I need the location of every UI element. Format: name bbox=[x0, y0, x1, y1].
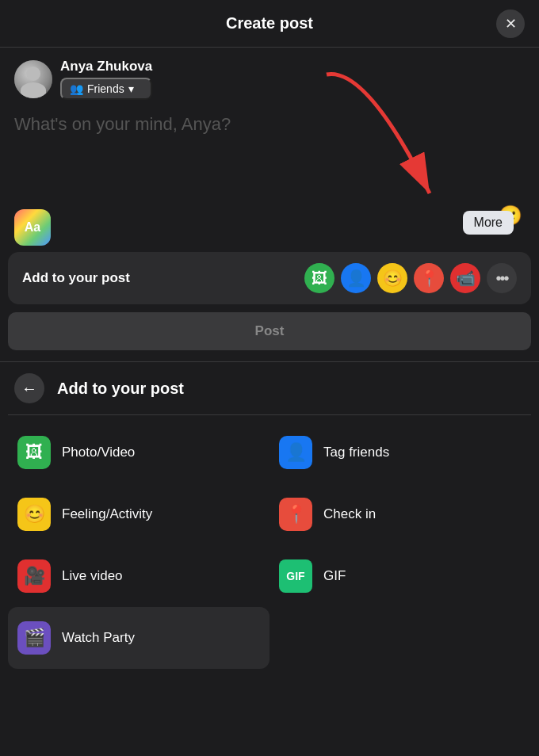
feeling-menu-label: Feeling/Activity bbox=[62, 506, 152, 522]
add-to-post-bar: Add to your post 🖼 👤 😊 📍 📹 ••• bbox=[8, 252, 531, 304]
photo-video-menu-label: Photo/Video bbox=[62, 445, 135, 460]
menu-item-watch-party[interactable]: 🎬 Watch Party bbox=[8, 607, 270, 669]
menu-grid: 🖼 Photo/Video 👤 Tag friends 😊 Feeling/Ac… bbox=[8, 415, 531, 675]
live-video-icon: 📹 bbox=[456, 269, 476, 288]
live-video-menu-label: Live video bbox=[62, 568, 123, 584]
photo-video-menu-icon: 🖼 bbox=[17, 436, 51, 469]
more-tooltip: More bbox=[463, 211, 514, 235]
more-label: More bbox=[474, 216, 503, 229]
menu-item-live-video[interactable]: 🎥 Live video bbox=[8, 545, 270, 607]
tag-friends-menu-icon: 👤 bbox=[279, 436, 312, 469]
post-button[interactable]: Post bbox=[8, 312, 531, 350]
close-button[interactable]: ✕ bbox=[496, 10, 525, 38]
tag-friends-menu-label: Tag friends bbox=[323, 445, 389, 460]
post-input-placeholder[interactable]: What's on your mind, Anya? bbox=[0, 106, 539, 201]
aa-label: Aa bbox=[25, 220, 40, 235]
tag-friends-button[interactable]: 👤 bbox=[341, 263, 371, 293]
close-icon: ✕ bbox=[505, 15, 517, 32]
menu-item-photo-video[interactable]: 🖼 Photo/Video bbox=[8, 422, 270, 483]
location-button[interactable]: 📍 bbox=[414, 263, 444, 293]
feeling-icon: 😊 bbox=[383, 269, 403, 288]
avatar-image bbox=[14, 60, 52, 98]
user-name: Anya Zhukova bbox=[60, 59, 152, 74]
gif-menu-icon: GIF bbox=[279, 559, 312, 593]
add-post-header: ← Add to your post bbox=[8, 362, 531, 415]
more-options-button[interactable]: ••• bbox=[487, 263, 517, 293]
check-in-menu-label: Check in bbox=[323, 506, 376, 522]
add-post-section-title: Add to your post bbox=[57, 380, 184, 398]
dropdown-chevron-icon: ▾ bbox=[128, 82, 134, 95]
add-to-post-label: Add to your post bbox=[22, 270, 130, 286]
more-dots-icon: ••• bbox=[495, 269, 507, 288]
post-icons: 🖼 👤 😊 📍 📹 ••• bbox=[304, 263, 517, 293]
menu-item-check-in[interactable]: 📍 Check in bbox=[270, 483, 531, 545]
check-in-menu-icon: 📍 bbox=[279, 498, 312, 531]
user-info: Anya Zhukova 👥 Friends ▾ bbox=[60, 59, 152, 100]
menu-item-tag-friends[interactable]: 👤 Tag friends bbox=[270, 422, 531, 483]
photo-video-button[interactable]: 🖼 bbox=[304, 263, 334, 293]
watch-party-menu-icon: 🎬 bbox=[17, 621, 51, 655]
menu-item-feeling[interactable]: 😊 Feeling/Activity bbox=[8, 483, 270, 545]
live-video-menu-icon: 🎥 bbox=[17, 559, 51, 593]
friends-icon: 👥 bbox=[70, 82, 83, 95]
watch-party-menu-label: Watch Party bbox=[62, 630, 135, 646]
gif-menu-label: GIF bbox=[323, 568, 346, 584]
user-row: Anya Zhukova 👥 Friends ▾ bbox=[0, 48, 539, 106]
avatar bbox=[14, 60, 52, 98]
back-icon: ← bbox=[21, 380, 37, 398]
back-button[interactable]: ← bbox=[14, 373, 44, 403]
feeling-menu-icon: 😊 bbox=[17, 498, 51, 531]
friends-privacy-button[interactable]: 👥 Friends ▾ bbox=[60, 78, 152, 100]
friends-label: Friends bbox=[87, 82, 124, 95]
location-icon: 📍 bbox=[419, 269, 439, 288]
menu-item-gif[interactable]: GIF GIF bbox=[270, 545, 531, 607]
tag-friends-icon: 👤 bbox=[346, 269, 366, 288]
live-video-button[interactable]: 📹 bbox=[450, 263, 480, 293]
photo-video-icon: 🖼 bbox=[312, 269, 327, 288]
feeling-button[interactable]: 😊 bbox=[377, 263, 407, 293]
modal-header: Create post ✕ bbox=[0, 0, 539, 48]
modal-title: Create post bbox=[226, 14, 313, 32]
add-to-post-section: ← Add to your post 🖼 Photo/Video 👤 Tag f… bbox=[0, 362, 539, 675]
text-style-button[interactable]: Aa bbox=[14, 209, 51, 246]
